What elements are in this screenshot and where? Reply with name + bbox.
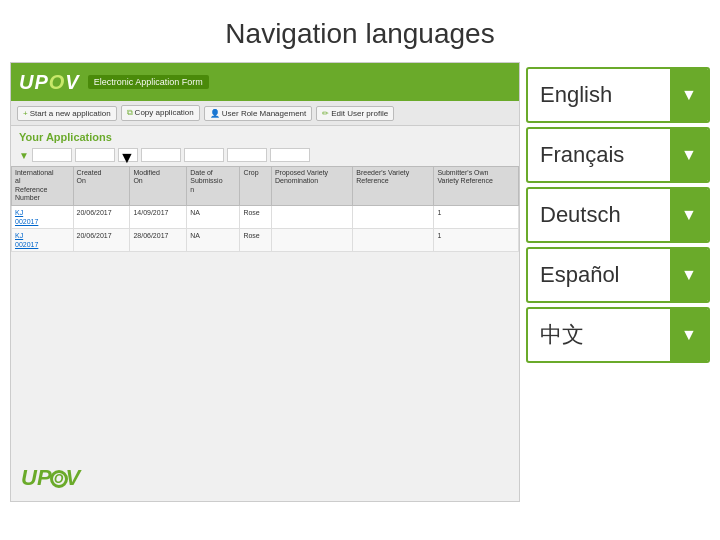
col-proposed: Proposed VarietyDenomination: [271, 167, 352, 206]
edit-user-profile-button[interactable]: ✏Edit User profile: [316, 106, 394, 121]
lang-option-francais[interactable]: Français ▼: [526, 127, 710, 183]
cell-ref: KJ002017: [12, 205, 74, 228]
page-title: Navigation languages: [0, 0, 720, 62]
lang-label-espanol: Español: [528, 262, 670, 288]
filter-icon: ▼: [19, 150, 29, 161]
cell-modified: 14/09/2017: [130, 205, 187, 228]
filter-input-3[interactable]: [141, 148, 181, 162]
cell-date-sub: NA: [187, 205, 240, 228]
lang-label-english: English: [528, 82, 670, 108]
copy-application-button[interactable]: ⧉Copy application: [121, 105, 200, 121]
col-date-sub: Date ofSubmission: [187, 167, 240, 206]
cell-created: 20/06/2017: [73, 205, 130, 228]
filter-dropdown[interactable]: ▼: [118, 148, 138, 162]
applications-table: InternationalalReferenceNumber CreatedOn…: [11, 166, 519, 252]
footer-logo: UPOV: [21, 465, 80, 491]
upov-logo: UPOV: [19, 71, 80, 94]
filter-row: ▼ ▼: [11, 146, 519, 164]
cell-breeder: [353, 228, 434, 251]
start-new-application-button[interactable]: +Start a new application: [17, 106, 117, 121]
lang-label-deutsch: Deutsch: [528, 202, 670, 228]
toolbar: +Start a new application ⧉Copy applicati…: [11, 101, 519, 126]
cell-submitter: 1: [434, 228, 519, 251]
app-title-badge: Electronic Application Form: [88, 75, 209, 89]
col-modified: ModifiedOn: [130, 167, 187, 206]
lang-dropdown-espanol[interactable]: ▼: [670, 249, 708, 301]
user-role-management-button[interactable]: 👤User Role Management: [204, 106, 312, 121]
cell-proposed: [271, 205, 352, 228]
col-submitter: Submitter's OwnVariety Reference: [434, 167, 519, 206]
lang-label-chinese: 中文: [528, 320, 670, 350]
cell-ref: KJ002017: [12, 228, 74, 251]
filter-input-2[interactable]: [75, 148, 115, 162]
table-row[interactable]: KJ002017 20/06/2017 14/09/2017 NA Rose 1: [12, 205, 519, 228]
filter-input-4[interactable]: [184, 148, 224, 162]
lang-dropdown-english[interactable]: ▼: [670, 69, 708, 121]
language-panel: English ▼ Français ▼ Deutsch ▼ Español ▼…: [520, 62, 720, 502]
cell-crop: Rose: [240, 228, 272, 251]
cell-date-sub: NA: [187, 228, 240, 251]
lang-option-deutsch[interactable]: Deutsch ▼: [526, 187, 710, 243]
lang-option-english[interactable]: English ▼: [526, 67, 710, 123]
col-ref: InternationalalReferenceNumber: [12, 167, 74, 206]
col-created: CreatedOn: [73, 167, 130, 206]
table-row[interactable]: KJ002017 20/06/2017 28/06/2017 NA Rose 1: [12, 228, 519, 251]
cell-crop: Rose: [240, 205, 272, 228]
lang-dropdown-francais[interactable]: ▼: [670, 129, 708, 181]
upov-app-panel: UPOV Electronic Application Form +Start …: [10, 62, 520, 502]
upov-header: UPOV Electronic Application Form: [11, 63, 519, 101]
lang-label-francais: Français: [528, 142, 670, 168]
section-title: Your Applications: [11, 126, 519, 146]
cell-modified: 28/06/2017: [130, 228, 187, 251]
lang-option-chinese[interactable]: 中文 ▼: [526, 307, 710, 363]
filter-input-1[interactable]: [32, 148, 72, 162]
cell-proposed: [271, 228, 352, 251]
cell-submitter: 1: [434, 205, 519, 228]
lang-option-espanol[interactable]: Español ▼: [526, 247, 710, 303]
lang-dropdown-deutsch[interactable]: ▼: [670, 189, 708, 241]
table-header-row: InternationalalReferenceNumber CreatedOn…: [12, 167, 519, 206]
filter-input-6[interactable]: [270, 148, 310, 162]
col-breeder: Breeder's VarietyReference: [353, 167, 434, 206]
cell-breeder: [353, 205, 434, 228]
lang-dropdown-chinese[interactable]: ▼: [670, 309, 708, 361]
cell-created: 20/06/2017: [73, 228, 130, 251]
filter-input-5[interactable]: [227, 148, 267, 162]
col-crop: Crop: [240, 167, 272, 206]
